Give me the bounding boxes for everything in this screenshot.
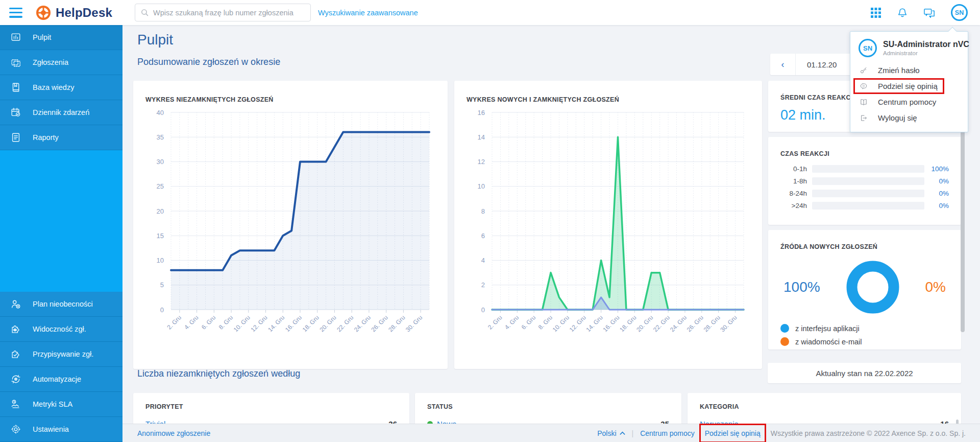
ticket-sources-card: ŹRÓDŁA NOWYCH ZGŁOSZEŃ 100% 0% z interfe…	[768, 230, 961, 350]
user-role: Administrator	[883, 50, 969, 56]
svg-text:15: 15	[157, 232, 164, 240]
summary-row-trivial: Trivial36	[145, 417, 397, 424]
current-state-card: Aktualny stan na 22.02.2022	[768, 363, 961, 383]
dropdown-avatar: SN	[859, 39, 877, 57]
search-input[interactable]	[153, 9, 305, 17]
svg-text:16. Gru: 16. Gru	[601, 314, 621, 333]
menu-item-centrum-pomocy[interactable]: Centrum pomocy	[850, 94, 968, 110]
sidebar-item-automatyzacje[interactable]: Automatyzacje	[0, 367, 122, 392]
apps-grid-icon[interactable]	[870, 7, 881, 18]
svg-text:2: 2	[481, 281, 485, 289]
notifications-bell-icon[interactable]	[897, 7, 908, 18]
card-scrollbar-thumb[interactable]	[956, 420, 959, 424]
svg-text:28. Gru: 28. Gru	[387, 314, 406, 333]
menu-item-label: Zmień hasło	[878, 66, 920, 75]
sidebar-nav: PulpitZgłoszeniaBaza wiedzyDziennik zdar…	[0, 25, 122, 442]
reaction-time-title: CZAS REAKCJI	[780, 150, 949, 157]
svg-text:4. Gru: 4. Gru	[183, 314, 200, 331]
reaction-bar-percent: 0%	[924, 202, 949, 210]
chart1-title: WYKRES NIEZAMKNIĘTYCH ZGŁOSZEŃ	[145, 96, 435, 103]
svg-text:22. Gru: 22. Gru	[652, 314, 671, 333]
menu-item-label: Wyloguj się	[878, 113, 917, 122]
legend-item-z-wiadomo-ci-e-mail: z wiadomości e-mail	[780, 337, 949, 346]
sidebar-item-zg-oszenia[interactable]: Zgłoszenia	[0, 50, 122, 75]
svg-text:20. Gru: 20. Gru	[635, 314, 654, 333]
summary-row-naruszenia: Naruszenia16	[700, 417, 949, 424]
language-selector[interactable]: Polski	[597, 429, 625, 437]
svg-text:20. Gru: 20. Gru	[318, 314, 337, 333]
category-summary-card: KATEGORIA Naruszenia16	[688, 393, 961, 424]
helpdesk-logo[interactable]: HelpDesk	[36, 5, 112, 20]
sidebar-item-pulpit[interactable]: Pulpit	[0, 25, 122, 50]
counts-section-title: Liczba niezamkniętych zgłoszeń według	[137, 368, 300, 379]
svg-text:14. Gru: 14. Gru	[266, 314, 286, 333]
menu-item-podziel-si-opini[interactable]: Podziel się opinią	[850, 78, 968, 94]
advanced-search-link[interactable]: Wyszukiwanie zaawansowane	[318, 9, 418, 17]
feedback-highlight-box: Podziel się opinią	[853, 78, 944, 94]
sidebar-item-label: Ustawienia	[33, 425, 69, 433]
sidebar-item-label: Plan nieobecności	[33, 300, 93, 308]
chat-icon[interactable]	[923, 7, 936, 18]
absence-plan-icon	[10, 298, 21, 310]
menu-item-zmie-has-o[interactable]: Zmień hasło	[850, 62, 968, 78]
menu-item-wyloguj-si[interactable]: Wyloguj się	[850, 110, 968, 126]
key-icon	[860, 66, 868, 75]
copyright-text: Wszystkie prawa zastrzeżone © 2022 Axenc…	[771, 429, 966, 437]
legend-dot-icon	[780, 337, 789, 346]
sidebar-item-label: Pulpit	[33, 33, 51, 41]
svg-text:16. Gru: 16. Gru	[284, 314, 303, 333]
reaction-bar-percent: 0%	[924, 190, 949, 197]
svg-text:4. Gru: 4. Gru	[503, 314, 520, 331]
user-avatar[interactable]: SN	[951, 4, 968, 21]
svg-text:0: 0	[160, 306, 164, 314]
svg-text:26. Gru: 26. Gru	[685, 314, 705, 333]
summary-row-value: 35	[660, 420, 669, 424]
svg-text:14. Gru: 14. Gru	[585, 314, 604, 333]
date-prev-button[interactable]: ‹	[770, 54, 796, 75]
date-range-value[interactable]: 01.12.20	[807, 60, 837, 69]
vertical-scrollbar-thumb[interactable]	[961, 104, 965, 332]
priority-card-title: PRIORYTET	[145, 403, 397, 410]
sidebar-item-dziennik-zdarze[interactable]: Dziennik zdarzeń	[0, 100, 122, 125]
svg-text:5: 5	[160, 281, 164, 289]
sources-donut-chart	[844, 259, 901, 316]
svg-text:28. Gru: 28. Gru	[702, 314, 722, 333]
ticket-sources-title: ŹRÓDŁA NOWYCH ZGŁOSZEŃ	[780, 243, 949, 250]
hamburger-menu-icon[interactable]	[9, 8, 22, 18]
chevron-up-icon	[620, 431, 625, 435]
sidebar-item-przypisywanie-zg[interactable]: Przypisywanie zgł.	[0, 342, 122, 367]
menu-item-label: Centrum pomocy	[878, 98, 936, 106]
summary-row-value: 36	[388, 420, 397, 424]
reports-icon	[10, 132, 21, 143]
anonymous-ticket-link[interactable]: Anonimowe zgłoszenie	[137, 429, 210, 437]
sidebar-item-ustawienia[interactable]: Ustawienia	[0, 417, 122, 442]
feedback-link-highlighted[interactable]: Podziel się opinią	[699, 424, 766, 442]
settings-icon	[10, 424, 21, 435]
help-center-link[interactable]: Centrum pomocy	[640, 429, 695, 437]
sidebar-item-plan-nieobecno-ci[interactable]: Plan nieobecności	[0, 292, 122, 317]
reaction-bar-track	[812, 165, 924, 173]
helpdesk-logo-icon	[36, 5, 51, 20]
footer-bar: Anonimowe zgłoszenie Polski | Centrum po…	[122, 424, 980, 442]
sidebar-item-widoczno-zg[interactable]: Widoczność zgł.	[0, 317, 122, 342]
svg-text:22. Gru: 22. Gru	[335, 314, 355, 333]
svg-text:0: 0	[481, 306, 485, 314]
sidebar-item-raporty[interactable]: Raporty	[0, 125, 122, 150]
dropdown-user-info: SN SU-Administrator nVC Administrator	[850, 38, 968, 62]
svg-text:6: 6	[481, 232, 485, 240]
summary-row-link[interactable]: Nowe	[437, 420, 456, 424]
sidebar-item-baza-wiedzy[interactable]: Baza wiedzy	[0, 75, 122, 100]
reaction-bar-label: 8-24h	[780, 190, 807, 197]
svg-text:40: 40	[157, 109, 164, 117]
summary-row-link[interactable]: Trivial	[145, 420, 165, 424]
ticket-visibility-icon	[10, 323, 21, 335]
sidebar-item-metryki-sla[interactable]: Metryki SLA	[0, 392, 122, 417]
svg-text:26. Gru: 26. Gru	[370, 314, 389, 333]
search-box[interactable]	[135, 4, 311, 21]
summary-row-nowe: Nowe35	[427, 417, 669, 424]
legend-dot-icon	[780, 324, 789, 333]
user-name: SU-Administrator nVC	[883, 40, 969, 49]
svg-text:14: 14	[478, 133, 485, 141]
source-app-percent: 100%	[783, 279, 820, 295]
dashboard-icon	[10, 32, 21, 43]
